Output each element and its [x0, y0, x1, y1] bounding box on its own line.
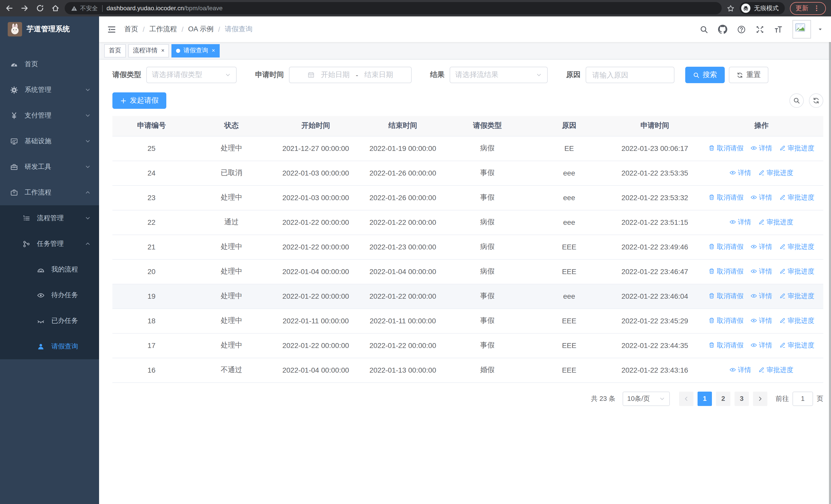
- sidebar-item-payment[interactable]: 支付管理: [0, 102, 99, 128]
- page-button-3[interactable]: 3: [735, 391, 749, 406]
- browser-menu-icon[interactable]: [813, 5, 820, 12]
- progress-action-link[interactable]: 审批进度: [758, 217, 793, 227]
- reset-button[interactable]: 重置: [729, 67, 768, 83]
- cancel-action-link[interactable]: 取消请假: [709, 242, 744, 251]
- search-button[interactable]: 搜索: [685, 67, 725, 83]
- address-bar[interactable]: 不安全 dashboard.yudao.iocoder.cn/bpm/oa/le…: [65, 2, 722, 14]
- sidebar-item-infra[interactable]: 基础设施: [0, 128, 99, 154]
- create-leave-button[interactable]: 发起请假: [112, 92, 166, 109]
- sidebar-item-done-tasks[interactable]: 已办任务: [0, 308, 99, 334]
- tab-请假查询[interactable]: 请假查询×: [172, 44, 220, 57]
- detail-action-link[interactable]: 详情: [751, 267, 772, 276]
- reload-icon[interactable]: [36, 4, 44, 12]
- sidebar-item-workflow[interactable]: 工作流程: [0, 180, 99, 205]
- cell-leave-type: 婚假: [447, 358, 528, 382]
- tab-close-icon[interactable]: ×: [212, 48, 215, 53]
- progress-action-link[interactable]: 审批进度: [779, 341, 814, 350]
- tab-close-icon[interactable]: ×: [161, 48, 165, 53]
- sidebar-item-my-process[interactable]: 我的流程: [0, 257, 99, 282]
- github-icon[interactable]: [718, 25, 727, 34]
- chevron-right-icon: [757, 395, 763, 402]
- cell-id: 24: [112, 161, 191, 185]
- breadcrumb-item[interactable]: 工作流程: [149, 25, 177, 34]
- progress-action-link[interactable]: 审批进度: [779, 267, 814, 276]
- detail-action-link[interactable]: 详情: [751, 193, 772, 202]
- sidebar-item-system[interactable]: 系统管理: [0, 77, 99, 102]
- progress-action-link[interactable]: 审批进度: [758, 365, 793, 375]
- active-tab-dot-icon: [176, 49, 180, 53]
- show-search-button[interactable]: [790, 93, 804, 108]
- cell-id: 19: [112, 284, 191, 308]
- goto-page-input[interactable]: [793, 391, 813, 406]
- cancel-action-link[interactable]: 取消请假: [709, 193, 744, 202]
- cancel-action-link[interactable]: 取消请假: [709, 341, 744, 350]
- prev-page-button[interactable]: [679, 391, 693, 406]
- sidebar-item-leave-query[interactable]: 请假查询: [0, 334, 99, 359]
- fullscreen-icon[interactable]: [755, 25, 764, 34]
- next-page-button[interactable]: [753, 391, 767, 406]
- search-icon[interactable]: [699, 25, 708, 34]
- detail-action-link[interactable]: 详情: [751, 144, 772, 153]
- tab-流程详情[interactable]: 流程详情×: [128, 44, 169, 57]
- result-select[interactable]: 请选择流结果: [450, 67, 548, 83]
- action-label: 取消请假: [717, 267, 744, 276]
- update-label: 更新: [796, 4, 808, 12]
- refresh-table-button[interactable]: [809, 93, 823, 108]
- sidebar-item-task-mgmt[interactable]: 任务管理: [0, 231, 99, 257]
- progress-action-link[interactable]: 审批进度: [779, 292, 814, 301]
- progress-action-link[interactable]: 审批进度: [758, 168, 793, 178]
- page-size-select[interactable]: 10条/页: [623, 391, 670, 406]
- detail-action-link[interactable]: 详情: [751, 292, 772, 301]
- page-scrollbar[interactable]: [829, 17, 831, 504]
- detail-action-link[interactable]: 详情: [729, 168, 751, 178]
- sidebar-fold-icon[interactable]: [107, 25, 116, 34]
- cancel-action-link[interactable]: 取消请假: [709, 267, 744, 276]
- cancel-action-link[interactable]: 取消请假: [709, 292, 744, 301]
- person-icon: [37, 343, 45, 350]
- back-icon[interactable]: [5, 4, 13, 12]
- column-header: 请假类型: [447, 116, 528, 136]
- font-size-icon[interactable]: [774, 25, 783, 34]
- progress-action-link[interactable]: 审批进度: [779, 193, 814, 202]
- help-icon[interactable]: [737, 25, 746, 34]
- progress-action-link[interactable]: 审批进度: [779, 144, 814, 153]
- sidebar-item-todo-tasks[interactable]: 待办任务: [0, 282, 99, 308]
- progress-action-link[interactable]: 审批进度: [779, 242, 814, 251]
- sidebar-item-devtools[interactable]: 研发工具: [0, 154, 99, 180]
- trash-icon: [709, 342, 715, 349]
- page-button-1[interactable]: 1: [697, 391, 712, 406]
- action-label: 取消请假: [717, 193, 744, 202]
- avatar[interactable]: [793, 20, 811, 38]
- detail-action-link[interactable]: 详情: [751, 316, 772, 325]
- action-label: 审批进度: [787, 242, 814, 251]
- progress-action-link[interactable]: 审批进度: [779, 316, 814, 325]
- cancel-action-link[interactable]: 取消请假: [709, 316, 744, 325]
- breadcrumb-item[interactable]: 首页: [124, 25, 138, 34]
- cancel-action-link[interactable]: 取消请假: [709, 144, 744, 153]
- cell-start-time: 2022-01-04 00:00:00: [272, 259, 359, 284]
- detail-action-link[interactable]: 详情: [729, 217, 751, 227]
- pen-icon: [779, 268, 786, 275]
- tab-首页[interactable]: 首页: [104, 44, 126, 57]
- reason-input[interactable]: [586, 67, 675, 83]
- apply-time-range-picker[interactable]: 开始日期 - 结束日期: [289, 67, 412, 83]
- browser-update-button[interactable]: 更新: [790, 2, 826, 14]
- sidebar-item-home[interactable]: 首页: [0, 51, 99, 77]
- leave-type-select[interactable]: 请选择请假类型: [146, 67, 237, 83]
- page-button-2[interactable]: 2: [716, 391, 730, 406]
- cell-apply-time: 2022-01-22 23:49:46: [610, 235, 699, 259]
- bookmark-star-icon[interactable]: [727, 4, 735, 12]
- detail-action-link[interactable]: 详情: [751, 341, 772, 350]
- pen-icon: [779, 243, 786, 250]
- detail-action-link[interactable]: 详情: [729, 365, 751, 375]
- forward-icon[interactable]: [21, 4, 29, 12]
- sidebar-item-process-mgmt[interactable]: 流程管理: [0, 205, 99, 231]
- eye-icon: [751, 293, 757, 299]
- home-icon[interactable]: [51, 4, 60, 12]
- breadcrumb-item: 请假查询: [225, 25, 253, 34]
- breadcrumb-item[interactable]: OA 示例: [188, 25, 213, 34]
- security-indicator[interactable]: 不安全: [71, 4, 98, 12]
- detail-action-link[interactable]: 详情: [751, 242, 772, 251]
- content: 请假类型 请选择请假类型 申请时间 开始日期 - 结束日期: [99, 60, 831, 504]
- chevron-down-icon[interactable]: [818, 27, 823, 32]
